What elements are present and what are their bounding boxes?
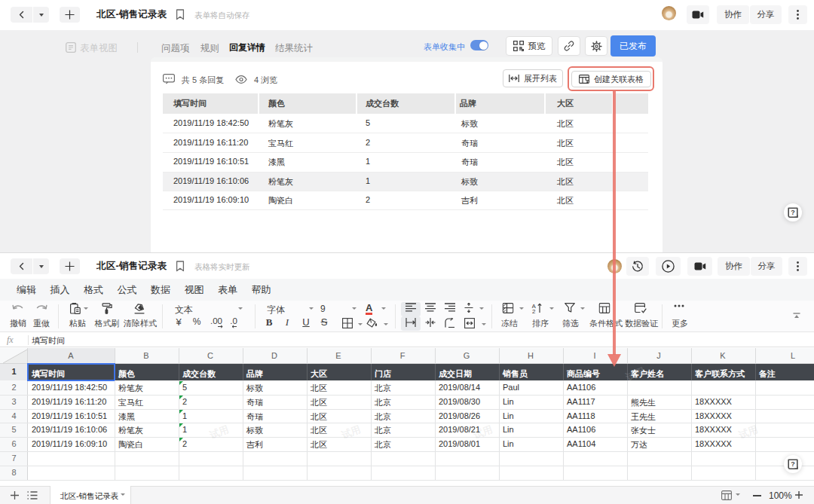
svg-text:2: 2 bbox=[532, 308, 536, 313]
